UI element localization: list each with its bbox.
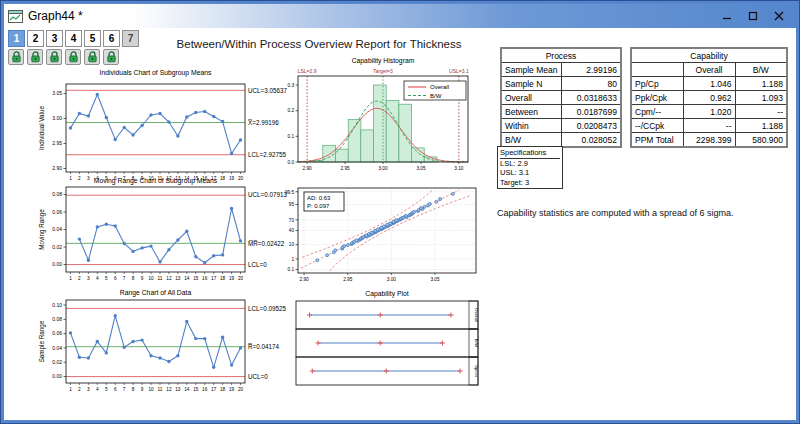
svg-text:Target=3: Target=3 [373, 68, 393, 74]
table-row: Sample Mean2.99196 [501, 63, 621, 77]
svg-text:5: 5 [105, 276, 108, 281]
svg-text:19: 19 [229, 276, 235, 281]
graph-window: Graph44 * 1234567 Between/Within Process… [0, 0, 800, 424]
svg-text:Range Chart of All Data: Range Chart of All Data [120, 289, 192, 297]
svg-text:0.00: 0.00 [52, 373, 62, 379]
svg-text:7: 7 [123, 387, 126, 392]
table-row: --/CCpk--1.188 [631, 119, 787, 133]
svg-text:1: 1 [69, 387, 72, 392]
svg-text:6: 6 [114, 276, 117, 281]
svg-text:20: 20 [238, 276, 244, 281]
svg-text:USL=3.1: USL=3.1 [449, 68, 469, 74]
table-row: Pp/Cp1.0461.188 [631, 77, 787, 91]
svg-text:18: 18 [220, 276, 226, 281]
svg-text:4: 4 [96, 276, 99, 281]
layer-tab-1[interactable]: 1 [8, 30, 25, 47]
table-row: Ppk/Cpk0.9621.093 [631, 91, 787, 105]
lock-icon [87, 51, 98, 63]
svg-text:LCL=0: LCL=0 [248, 261, 267, 268]
svg-text:Individual Value: Individual Value [38, 106, 45, 150]
svg-text:3.05: 3.05 [430, 277, 440, 282]
svg-text:12: 12 [166, 387, 172, 392]
svg-text:6: 6 [114, 387, 117, 392]
layer-tab-5[interactable]: 5 [84, 30, 101, 47]
svg-text:15: 15 [193, 276, 199, 281]
table-row: PPM Total2298.399580.900 [631, 133, 787, 148]
minimize-button[interactable] [714, 6, 740, 26]
layer-tab-3[interactable]: 3 [46, 30, 63, 47]
probability-plot[interactable]: 99.59570401010.12.902.953.003.05AD: 0.63… [284, 178, 494, 288]
svg-text:2: 2 [78, 276, 81, 281]
layer-lock-3[interactable] [46, 49, 62, 65]
spec-line: LSL: 2.9 [500, 159, 560, 169]
svg-text:0.08: 0.08 [52, 316, 62, 322]
svg-text:13: 13 [175, 387, 181, 392]
layer-lock-4[interactable] [65, 49, 81, 65]
svg-text:Capability Histogram: Capability Histogram [352, 57, 415, 65]
layer-lock-2[interactable] [27, 49, 43, 65]
spec-line: USL: 3.1 [500, 168, 560, 178]
svg-text:10: 10 [289, 242, 295, 247]
svg-text:3.00: 3.00 [52, 115, 62, 121]
process-table[interactable]: ProcessSample Mean2.99196Sample N80Overa… [500, 47, 622, 148]
table-header-row: Process [501, 48, 621, 63]
spec-header: Specifications [500, 148, 560, 159]
svg-text:13: 13 [175, 276, 181, 281]
svg-text:18: 18 [220, 387, 226, 392]
svg-text:95: 95 [289, 202, 295, 207]
svg-text:9: 9 [141, 387, 144, 392]
svg-text:1: 1 [291, 257, 294, 262]
sigma-note[interactable]: Capability statistics are computed with … [497, 208, 787, 218]
svg-text:0.00: 0.00 [52, 261, 62, 267]
svg-text:3.00: 3.00 [378, 166, 388, 171]
table-subheader-row: OverallB/W [631, 63, 787, 77]
layer-tab-4[interactable]: 4 [65, 30, 82, 47]
svg-text:LCL=2.92755: LCL=2.92755 [248, 151, 286, 158]
layer-lock-5[interactable] [84, 49, 100, 65]
table-row: Sample N80 [501, 77, 621, 91]
capability-histogram[interactable]: Capability HistogramLSL=2.9Target=3USL=3… [284, 54, 494, 182]
svg-text:0.04: 0.04 [52, 345, 62, 351]
specifications-box[interactable]: SpecificationsLSL: 2.9USL: 3.1Target: 3 [497, 146, 563, 189]
maximize-button[interactable] [740, 6, 766, 26]
svg-text:Capability Plot: Capability Plot [365, 290, 409, 298]
svg-text:Overall: Overall [430, 84, 449, 90]
lock-icon [11, 51, 22, 63]
svg-text:2.90: 2.90 [300, 277, 310, 282]
svg-text:2.95: 2.95 [52, 140, 62, 146]
svg-text:3: 3 [87, 276, 90, 281]
individuals-chart[interactable]: Individuals Chart of Subgroup MeansIndiv… [36, 64, 316, 186]
svg-text:99.5: 99.5 [285, 190, 295, 195]
svg-text:7: 7 [123, 276, 126, 281]
layer-tab-2[interactable]: 2 [27, 30, 44, 47]
svg-text:8: 8 [132, 276, 135, 281]
svg-text:Overall: Overall [474, 308, 479, 322]
window-titlebar[interactable]: Graph44 * [4, 4, 796, 28]
svg-text:LSL=2.9: LSL=2.9 [298, 68, 317, 74]
range-chart[interactable]: Range Chart of All DataSample RangeLCL=0… [36, 286, 316, 404]
svg-text:Moving Range Chart of Subgroup: Moving Range Chart of Subgroup Means [94, 177, 218, 185]
report-title[interactable]: Between/Within Process Overview Report f… [104, 38, 534, 50]
layer-lock-6[interactable] [103, 49, 119, 65]
capability-plot[interactable]: Capability PlotOverallB/WSpecs [284, 288, 494, 392]
table-row: Within0.0208473 [501, 119, 621, 133]
moving-range-chart[interactable]: Moving Range Chart of Subgroup MeansMovi… [36, 174, 316, 290]
svg-text:2.95: 2.95 [340, 166, 350, 171]
spec-line: Target: 3 [500, 178, 560, 188]
table-row: Cpm/--1.020-- [631, 105, 787, 119]
lock-icon [106, 51, 117, 63]
svg-text:X̅=2.99196: X̅=2.99196 [248, 119, 279, 126]
svg-text:19: 19 [229, 387, 235, 392]
svg-text:40: 40 [289, 228, 295, 233]
capability-table-header: Capability [631, 48, 787, 63]
capability-table[interactable]: CapabilityOverallB/WPp/Cp1.0461.188Ppk/C… [630, 47, 788, 148]
table-row: Overall0.0318633 [501, 91, 621, 105]
svg-text:B/W: B/W [474, 339, 479, 348]
window-buttons [714, 4, 792, 28]
svg-text:9: 9 [141, 276, 144, 281]
layer-lock-1[interactable] [8, 49, 24, 65]
close-button[interactable] [766, 6, 792, 26]
svg-text:0.02: 0.02 [52, 359, 62, 365]
svg-text:11: 11 [158, 387, 163, 392]
lock-icon [49, 51, 60, 63]
